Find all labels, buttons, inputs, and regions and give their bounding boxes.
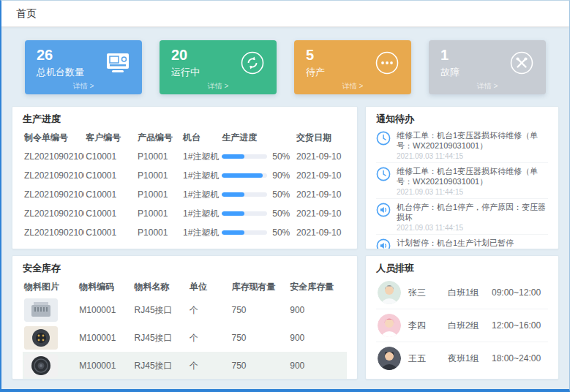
progress-percent: 50% — [272, 208, 290, 219]
production-row[interactable]: ZL202109021001 C10001 P10001 1#注塑机 50% 2… — [23, 147, 347, 166]
notice-item[interactable]: 维修工单：机台1变压器损坏待维修（单号：WX202109031001） 2021… — [376, 163, 548, 199]
content-area: 26 总机台数量 详情 > 20 运行中 — [1, 27, 569, 380]
card-label: 待产 — [306, 66, 325, 79]
avatar — [378, 347, 401, 370]
card-body: 20 运行中 — [160, 40, 277, 79]
material-image-cell — [23, 352, 78, 380]
column-header: 制令单编号 — [23, 127, 84, 147]
card-value: 5 — [306, 47, 325, 64]
schedule-row[interactable]: 张三 白班1组 09:00~12:00 — [376, 276, 548, 309]
delivery-date-cell: 2021-09-10 — [295, 166, 347, 185]
table-header-row: 物料图片 物料编码 物料名称 单位 库存现有量 安全库存量 — [23, 276, 347, 296]
progress-bar-fill — [222, 192, 244, 197]
notices-panel: 通知待办 维修工单：机台1变压器损坏待维修（单号：WX202109031001）… — [365, 106, 559, 249]
card-text: 20 运行中 — [171, 47, 200, 79]
speaker-photo — [24, 354, 58, 377]
page-title-tab[interactable]: 首页 — [16, 7, 37, 20]
schedule-row[interactable]: 李四 白班2组 12:00~16:00 — [376, 309, 548, 342]
material-code-cell: M100001 — [78, 352, 132, 380]
card-label: 运行中 — [171, 66, 200, 79]
stat-card-waiting[interactable]: 5 待产 详情 > — [294, 40, 411, 94]
safety-stock-cell: 900 — [288, 296, 347, 324]
notice-text: 机台停产：机台1停产，停产原因：变压器损坏 — [397, 202, 548, 222]
unit-cell: 个 — [188, 296, 230, 324]
speaker-icon — [376, 203, 391, 217]
unit-cell: 个 — [188, 324, 230, 352]
production-row[interactable]: ZL202109021001 C10001 P10001 1#注塑机 90% 2… — [23, 166, 347, 185]
speaker-icon — [376, 238, 391, 249]
notice-item[interactable]: 维修工单：机台1变压器损坏待维修（单号：WX202109031001） 2021… — [376, 127, 548, 163]
notice-body: 机台停产：机台1停产，停产原因：变压器损坏 2021.09.03 11:44:1… — [397, 202, 548, 232]
person-name: 张三 — [408, 287, 448, 299]
progress-bar-track — [222, 173, 267, 178]
notice-body: 维修工单：机台1变压器损坏待维修（单号：WX202109031001） 2021… — [397, 166, 548, 196]
panel-title: 人员排班 — [376, 262, 548, 275]
column-header: 交货日期 — [295, 127, 347, 147]
progress-percent: 90% — [272, 170, 290, 181]
notice-text: 计划暂停：机台1生产计划已暂停 — [397, 238, 548, 248]
person-name: 王五 — [408, 353, 448, 365]
detail-link[interactable]: 详情 > — [294, 80, 411, 94]
notice-text: 维修工单：机台1变压器损坏待维修（单号：WX202109031001） — [397, 130, 548, 151]
machine-cell: 1#注塑机 — [181, 147, 220, 166]
customer-no-cell: C10001 — [84, 166, 136, 185]
topbar: 首页 — [1, 1, 569, 27]
person-time: 18:00~24:00 — [492, 353, 541, 363]
avatar — [378, 314, 401, 337]
detail-link[interactable]: 详情 > — [429, 80, 546, 94]
order-no-cell: ZL202109021001 — [23, 223, 84, 242]
notice-time: 2021.09.03 11:44:15 — [397, 188, 548, 196]
card-label: 总机台数量 — [37, 66, 84, 79]
safety-stock-panel: 安全库存 物料图片 物料编码 物料名称 单位 库存现有量 安全库存量 — [12, 255, 358, 380]
column-header: 产品编号 — [136, 127, 181, 147]
schedule-row[interactable]: 王五 夜班1组 18:00~24:00 — [376, 342, 548, 374]
delivery-date-cell: 2021-09-10 — [295, 185, 347, 204]
progress-bar-fill — [222, 173, 263, 178]
material-name-cell: RJ45接口 — [133, 296, 188, 324]
progress-cell: 50% — [220, 204, 295, 223]
card-body: 5 待产 — [294, 40, 411, 79]
stock-row[interactable]: M100001 RJ45接口 个 750 900 — [23, 296, 347, 324]
material-name-cell: RJ45接口 — [133, 324, 188, 352]
column-header: 物料名称 — [133, 276, 188, 296]
customer-no-cell: C10001 — [84, 204, 136, 223]
notice-body: 计划暂停：机台1生产计划已暂停 2021.09.03 11:44:15 — [397, 238, 548, 249]
delivery-date-cell: 2021-09-10 — [295, 204, 347, 223]
notice-item[interactable]: 计划暂停：机台1生产计划已暂停 2021.09.03 11:44:15 — [376, 235, 548, 249]
stat-cards-row: 26 总机台数量 详情 > 20 运行中 — [25, 40, 546, 94]
progress-bar-track — [222, 154, 267, 159]
material-code-cell: M100001 — [78, 324, 132, 352]
card-body: 26 总机台数量 — [25, 40, 142, 79]
card-value: 1 — [440, 47, 460, 64]
material-code-cell: M100001 — [78, 296, 132, 324]
stock-row[interactable]: M100001 RJ45接口 个 750 900 — [23, 352, 347, 380]
detail-link[interactable]: 详情 > — [160, 80, 277, 94]
notice-body: 维修工单：机台1变压器损坏待维修（单号：WX202109031001） 2021… — [397, 130, 548, 160]
progress-percent: 50% — [272, 227, 290, 238]
progress-percent: 50% — [272, 151, 290, 162]
on-hand-cell: 750 — [230, 296, 288, 324]
card-text: 5 待产 — [306, 47, 325, 79]
card-body: 1 故障 — [429, 40, 546, 79]
detail-link[interactable]: 详情 > — [25, 80, 142, 94]
production-row[interactable]: ZL202109021001 C10001 P10001 1#注塑机 50% 2… — [23, 204, 347, 223]
progress-cell: 90% — [220, 166, 295, 185]
production-row[interactable]: ZL202109021001 C10001 P10001 1#注塑机 50% 2… — [23, 223, 347, 242]
production-row[interactable]: ZL202109021001 C10001 P10001 1#注塑机 50% 2… — [23, 185, 347, 204]
stat-card-fault[interactable]: 1 故障 详情 > — [429, 40, 546, 94]
stat-card-total-machines[interactable]: 26 总机台数量 详情 > — [25, 40, 142, 94]
column-header: 机台 — [181, 127, 220, 147]
notice-time: 2021.09.03 11:44:15 — [397, 224, 548, 232]
stock-row[interactable]: M100001 RJ45接口 个 750 900 — [23, 324, 347, 352]
column-header: 库存现有量 — [230, 276, 288, 296]
order-no-cell: ZL202109021001 — [23, 147, 84, 166]
notice-item[interactable]: 机台停产：机台1停产，停产原因：变压器损坏 2021.09.03 11:44:1… — [376, 199, 548, 235]
progress-cell: 50% — [220, 147, 295, 166]
rj45-photo — [24, 298, 58, 322]
column-header: 生产进度 — [220, 127, 295, 147]
stat-card-running[interactable]: 20 运行中 详情 > — [160, 40, 277, 94]
panel-title: 通知待办 — [376, 113, 548, 126]
ellipsis-icon — [375, 50, 400, 75]
product-no-cell: P10001 — [136, 185, 181, 204]
clock-icon — [376, 131, 391, 146]
